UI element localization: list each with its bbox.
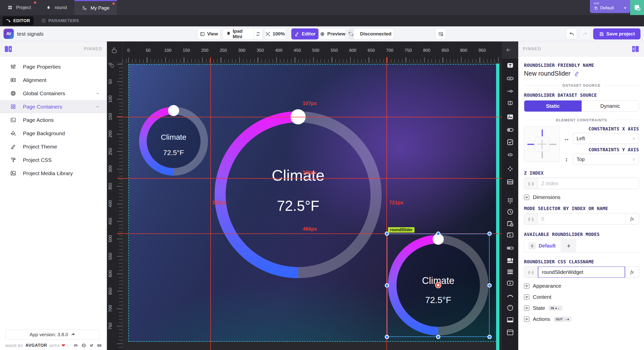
palette-text-icon[interactable] bbox=[506, 62, 514, 69]
environment-selector[interactable]: env Default ▼ bbox=[590, 0, 630, 13]
binding-icon[interactable]: {··} bbox=[524, 178, 538, 189]
transform-origin-marker[interactable] bbox=[436, 283, 441, 288]
palette-webview-icon[interactable] bbox=[506, 231, 514, 239]
mode-selector-input[interactable] bbox=[538, 213, 625, 224]
palette-input-icon[interactable] bbox=[506, 99, 514, 107]
roundslider-widget[interactable]: Climate 72.5°F bbox=[131, 99, 216, 184]
palette-code-icon[interactable] bbox=[506, 151, 514, 159]
selection-handle[interactable] bbox=[488, 283, 492, 287]
ruler-corner[interactable] bbox=[107, 41, 123, 63]
add-mode-button[interactable]: + bbox=[561, 239, 576, 252]
palette-header[interactable] bbox=[502, 41, 518, 59]
unlock-icon[interactable] bbox=[110, 46, 118, 54]
sidebar-item-project-media-library[interactable]: Project Media Library bbox=[0, 167, 107, 180]
palette-slider-icon[interactable] bbox=[506, 87, 514, 95]
mode-tab-default[interactable]: 0 Default bbox=[524, 239, 560, 252]
roundslider-widget[interactable]: Climate 72.5°F bbox=[205, 101, 392, 288]
sidebar-item-page-containers[interactable]: Page Containers bbox=[0, 100, 107, 113]
palette-card-icon[interactable] bbox=[506, 329, 514, 336]
discord-icon[interactable] bbox=[73, 343, 79, 348]
sidebar-item-alignment[interactable]: Alignment bbox=[0, 73, 107, 87]
zoom-button[interactable]: 100% bbox=[264, 28, 286, 39]
sidebar-item-page-background[interactable]: Page Background bbox=[0, 127, 107, 140]
section-appearance[interactable]: Appearance bbox=[524, 283, 639, 289]
red-guide-horizontal[interactable] bbox=[123, 117, 502, 117]
palette-progress-icon[interactable] bbox=[506, 244, 514, 252]
sidebar-item-global-containers[interactable]: Global Containers bbox=[0, 87, 107, 100]
x-axis-select[interactable]: Left ∨ bbox=[573, 133, 639, 144]
palette-toggle-icon[interactable] bbox=[506, 126, 514, 134]
editor-mode-button[interactable]: Editor bbox=[291, 28, 318, 39]
window-tab-round[interactable]: round bbox=[38, 0, 74, 15]
y-axis-select[interactable]: Top ∨ bbox=[573, 154, 639, 165]
facebook-icon[interactable] bbox=[81, 343, 87, 348]
palette-arc-icon[interactable] bbox=[506, 292, 514, 299]
red-guide-vertical[interactable] bbox=[210, 57, 211, 350]
inspector-collapse-toggle[interactable] bbox=[631, 46, 639, 52]
fx-icon[interactable]: fx bbox=[625, 213, 639, 224]
sidebar-item-page-actions[interactable]: Page Actions bbox=[0, 113, 107, 127]
tab-parameters[interactable]: PARAMETERS bbox=[41, 18, 79, 23]
window-tab-my-page[interactable]: My Page bbox=[74, 0, 117, 15]
selection-handle[interactable] bbox=[436, 232, 440, 236]
palette-image-icon[interactable] bbox=[506, 113, 514, 121]
selection-handle[interactable] bbox=[385, 335, 389, 339]
design-canvas[interactable]: 0501001502002503003504004505005506006507… bbox=[107, 41, 502, 350]
expand-icon bbox=[524, 195, 529, 200]
redo-button[interactable] bbox=[580, 28, 591, 39]
device-selector[interactable]: Ipad Mini bbox=[222, 28, 263, 39]
undo-button[interactable] bbox=[566, 28, 577, 39]
view-button[interactable]: View bbox=[197, 28, 220, 39]
dataset-option-dynamic[interactable]: Dynamic bbox=[582, 101, 639, 112]
z-index-input[interactable] bbox=[538, 178, 639, 189]
selection-handle[interactable] bbox=[436, 335, 440, 339]
section-state[interactable]: StateIN ●← bbox=[524, 305, 639, 311]
palette-schedule-icon[interactable] bbox=[506, 220, 514, 227]
sidebar-item-project-theme[interactable]: Project Theme bbox=[0, 140, 107, 153]
edit-name-icon[interactable] bbox=[574, 70, 580, 77]
app-version-button[interactable]: App version: 3.8.0 bbox=[6, 330, 100, 339]
rotate-device-icon[interactable] bbox=[254, 29, 262, 39]
palette-dpad-icon[interactable] bbox=[506, 165, 514, 173]
palette-keypad-icon[interactable] bbox=[506, 197, 514, 204]
tab-editor[interactable]: EDITOR bbox=[3, 16, 34, 25]
vertical-ruler[interactable]: 0501001502002503003504004505005506006507… bbox=[107, 63, 123, 350]
palette-list-icon[interactable] bbox=[506, 268, 514, 276]
dataset-option-static[interactable]: Static bbox=[524, 101, 582, 112]
section-actions[interactable]: ActionsOUT →● bbox=[524, 316, 639, 322]
binding-icon[interactable]: {··} bbox=[524, 267, 538, 278]
sidebar-item-project-css[interactable]: Project CSS bbox=[0, 153, 107, 167]
connection-status-button[interactable]: Disconnected bbox=[350, 28, 394, 39]
selection-handle[interactable] bbox=[488, 335, 492, 339]
ruler-number: 350 bbox=[107, 183, 114, 190]
sidebar-collapse-toggle[interactable] bbox=[5, 46, 13, 52]
twitter-icon[interactable] bbox=[89, 343, 94, 348]
fx-icon[interactable]: fx bbox=[625, 267, 639, 278]
palette-button-icon[interactable] bbox=[506, 75, 514, 82]
palette-layout-icon[interactable] bbox=[506, 257, 514, 264]
palette-panel-icon[interactable] bbox=[506, 316, 514, 324]
horizontal-ruler[interactable]: 0501001502002503003504004505005506006507… bbox=[123, 41, 502, 63]
selection-handle[interactable] bbox=[385, 283, 389, 287]
section-content[interactable]: Content bbox=[524, 294, 639, 300]
youtube-icon[interactable] bbox=[97, 343, 102, 348]
save-project-button[interactable]: Save project bbox=[593, 28, 640, 39]
window-tab-project[interactable]: Project bbox=[0, 0, 38, 15]
guide-origin-marker[interactable] bbox=[110, 64, 114, 68]
dimensions-expander[interactable]: Dimensions bbox=[524, 194, 639, 200]
signal-monitor-button[interactable] bbox=[435, 28, 446, 39]
palette-checkbox-icon[interactable] bbox=[506, 138, 514, 146]
palette-video-icon[interactable] bbox=[506, 279, 514, 287]
red-guide-horizontal[interactable] bbox=[123, 178, 502, 179]
palette-clock-icon[interactable] bbox=[506, 208, 514, 216]
css-classname-input[interactable] bbox=[538, 267, 625, 277]
sidebar-item-page-properties[interactable]: Page Properties bbox=[0, 60, 107, 73]
constraints-widget[interactable] bbox=[524, 126, 560, 162]
binding-icon[interactable]: {··} bbox=[524, 213, 538, 224]
preview-button[interactable]: Preview bbox=[319, 28, 346, 39]
palette-knob-icon[interactable] bbox=[506, 304, 514, 312]
selection-handle[interactable] bbox=[488, 232, 492, 236]
palette-table-icon[interactable] bbox=[506, 178, 514, 186]
editor-cursor-icon bbox=[6, 18, 11, 23]
app-logo[interactable] bbox=[630, 0, 644, 15]
